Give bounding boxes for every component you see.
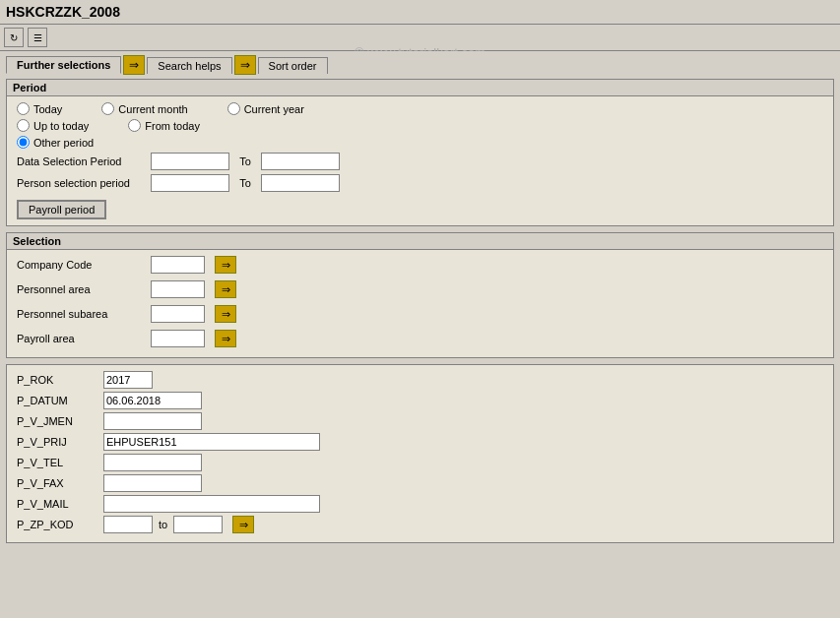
person-selection-period-from[interactable] bbox=[151, 174, 229, 192]
personnel-subarea-row: Personnel subarea ⇒ bbox=[17, 305, 823, 323]
tab-arrow-1[interactable]: ⇒ bbox=[123, 55, 145, 75]
personnel-area-row: Personnel area ⇒ bbox=[17, 280, 823, 298]
params-section: P_ROK P_DATUM P_V_JMEN P_V_PRIJ P_V_TEL … bbox=[6, 364, 834, 543]
period-section: Period Today Current month Current year bbox=[6, 79, 834, 226]
selection-section: Selection Company Code ⇒ Personnel area … bbox=[6, 232, 834, 358]
back-icon[interactable]: ↻ bbox=[4, 28, 24, 47]
p-v-jmen-row: P_V_JMEN bbox=[17, 412, 823, 430]
person-selection-period-to[interactable] bbox=[261, 174, 340, 192]
personnel-subarea-arrow[interactable]: ⇒ bbox=[215, 305, 236, 323]
p-rok-input[interactable] bbox=[103, 371, 153, 389]
company-code-arrow[interactable]: ⇒ bbox=[215, 256, 236, 274]
p-v-prij-input[interactable] bbox=[103, 433, 320, 451]
radio-from-today[interactable]: From today bbox=[128, 119, 200, 132]
p-v-jmen-input[interactable] bbox=[103, 412, 202, 430]
radio-up-to-today[interactable]: Up to today bbox=[17, 119, 89, 132]
selection-header: Selection bbox=[7, 233, 833, 250]
payroll-area-row: Payroll area ⇒ bbox=[17, 330, 823, 347]
tab-search-helps[interactable]: Search helps bbox=[147, 57, 231, 74]
payroll-area-arrow[interactable]: ⇒ bbox=[215, 330, 236, 347]
p-rok-row: P_ROK bbox=[17, 371, 823, 389]
company-code-input[interactable] bbox=[151, 256, 205, 274]
p-v-prij-row: P_V_PRIJ bbox=[17, 433, 823, 451]
app-title: HSKCRZZK_2008 bbox=[6, 4, 120, 20]
p-v-fax-row: P_V_FAX bbox=[17, 474, 823, 492]
p-v-mail-input[interactable] bbox=[103, 495, 320, 513]
p-v-mail-row: P_V_MAIL bbox=[17, 495, 823, 513]
tab-further-selections[interactable]: Further selections bbox=[6, 56, 121, 74]
payroll-area-input[interactable] bbox=[151, 330, 205, 347]
p-zp-kod-arrow[interactable]: ⇒ bbox=[232, 516, 254, 533]
tab-bar: Further selections ⇒ Search helps ⇒ Sort… bbox=[0, 51, 840, 75]
radio-current-year[interactable]: Current year bbox=[227, 102, 304, 115]
p-datum-input[interactable] bbox=[103, 392, 202, 409]
tab-sort-order[interactable]: Sort order bbox=[258, 57, 328, 74]
data-selection-period-from[interactable] bbox=[151, 153, 229, 170]
p-zp-kod-input-from[interactable] bbox=[103, 516, 153, 533]
p-datum-row: P_DATUM bbox=[17, 392, 823, 409]
p-zp-kod-fields: to ⇒ bbox=[103, 516, 254, 533]
radio-current-month[interactable]: Current month bbox=[101, 102, 187, 115]
data-selection-period-to[interactable] bbox=[261, 153, 340, 170]
list-icon[interactable]: ☰ bbox=[28, 28, 47, 47]
person-selection-period-row: Person selection period To bbox=[17, 174, 823, 192]
radio-today[interactable]: Today bbox=[17, 102, 62, 115]
period-header: Period bbox=[7, 80, 833, 96]
toolbar: ↻ ☰ bbox=[0, 25, 840, 51]
payroll-period-button[interactable]: Payroll period bbox=[17, 200, 106, 219]
personnel-subarea-input[interactable] bbox=[151, 305, 205, 323]
radio-other-period[interactable]: Other period bbox=[17, 136, 94, 149]
p-v-tel-row: P_V_TEL bbox=[17, 454, 823, 471]
title-bar: HSKCRZZK_2008 bbox=[0, 0, 840, 25]
tab-arrow-2[interactable]: ⇒ bbox=[234, 55, 256, 75]
p-zp-kod-input-to[interactable] bbox=[173, 516, 223, 533]
p-v-fax-input[interactable] bbox=[103, 474, 202, 492]
personnel-area-arrow[interactable]: ⇒ bbox=[215, 280, 236, 298]
personnel-area-input[interactable] bbox=[151, 280, 205, 298]
data-selection-period-row: Data Selection Period To bbox=[17, 153, 823, 170]
company-code-row: Company Code ⇒ bbox=[17, 256, 823, 274]
p-v-tel-input[interactable] bbox=[103, 454, 202, 471]
p-zp-kod-row: P_ZP_KOD to ⇒ bbox=[17, 516, 823, 533]
